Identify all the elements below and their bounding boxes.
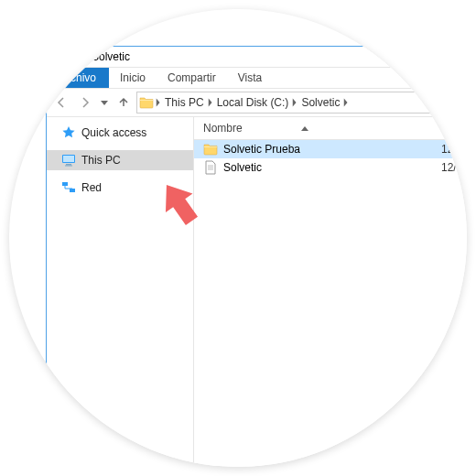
column-header-label: Fecha: [441, 122, 467, 135]
breadcrumb-thispc[interactable]: This PC: [163, 96, 206, 109]
breadcrumb-folder[interactable]: Solvetic: [299, 96, 341, 109]
file-name: Solvetic: [223, 161, 262, 174]
chevron-right-icon: [208, 98, 213, 107]
tab-share[interactable]: Compartir: [157, 68, 227, 88]
file-icon: [203, 160, 218, 175]
sidebar-item-label: Quick access: [81, 126, 146, 139]
tab-view[interactable]: Vista: [227, 68, 273, 88]
file-list-pane: Nombre Fecha Solvetic Prueba 12/05/2: [194, 117, 467, 467]
chevron-down-icon: [101, 99, 108, 106]
list-item[interactable]: Solvetic 12/05/20: [194, 158, 467, 177]
sort-ascending-icon: [301, 126, 308, 131]
ribbon-tabs: Archivo Inicio Compartir Vista: [47, 68, 467, 89]
file-date: 12/05/2: [441, 143, 467, 156]
separator: [82, 50, 83, 63]
back-arrow-icon: [54, 95, 69, 110]
folder-icon: [203, 142, 218, 157]
sidebar-item-quick-access[interactable]: Quick access: [47, 123, 193, 143]
chevron-right-icon: [292, 98, 298, 107]
up-arrow-icon: [116, 95, 131, 110]
star-icon: [61, 125, 76, 140]
column-header-label: Nombre: [203, 122, 243, 135]
chevron-right-icon: [156, 98, 161, 107]
tab-file-label: Archivo: [60, 71, 96, 84]
nav-row: This PC Local Disk (C:) Solvetic: [47, 89, 467, 117]
column-headers: Nombre Fecha: [194, 117, 467, 140]
qat-dropdown-icon[interactable]: [69, 53, 76, 60]
sidebar-item-this-pc[interactable]: This PC: [47, 150, 193, 170]
folder-icon: [139, 95, 154, 110]
tab-home[interactable]: Inicio: [109, 68, 157, 88]
forward-button[interactable]: [74, 92, 96, 114]
list-item[interactable]: Solvetic Prueba 12/05/2: [194, 140, 467, 158]
breadcrumb-cdrive[interactable]: Local Disk (C:): [215, 96, 291, 109]
forward-arrow-icon: [78, 95, 92, 110]
back-button[interactable]: [50, 92, 72, 114]
sidebar-item-label: This PC: [81, 154, 121, 167]
titlebar: Solvetic: [47, 47, 467, 68]
chevron-right-icon: [343, 98, 349, 107]
tab-share-label: Compartir: [168, 71, 216, 84]
column-header-date[interactable]: Fecha: [441, 122, 467, 135]
nav-pane: Quick access This PC Red: [47, 117, 194, 467]
up-button[interactable]: [113, 92, 135, 114]
file-explorer-window: Solvetic Archivo Inicio Compartir Vista: [46, 46, 467, 467]
file-name: Solvetic Prueba: [223, 143, 300, 156]
window-title: Solvetic: [90, 50, 130, 63]
column-header-name[interactable]: Nombre: [203, 122, 441, 135]
network-icon: [61, 180, 76, 195]
monitor-icon: [61, 153, 76, 168]
sidebar-item-network[interactable]: Red: [47, 178, 193, 198]
tab-view-label: Vista: [238, 71, 262, 84]
sidebar-item-label: Red: [81, 181, 102, 194]
address-bar[interactable]: This PC Local Disk (C:) Solvetic: [136, 92, 467, 114]
history-dropdown[interactable]: [98, 92, 111, 114]
file-date: 12/05/20: [441, 161, 467, 174]
folder-icon: [50, 49, 65, 64]
tab-file[interactable]: Archivo: [47, 68, 109, 88]
tab-home-label: Inicio: [120, 71, 146, 84]
